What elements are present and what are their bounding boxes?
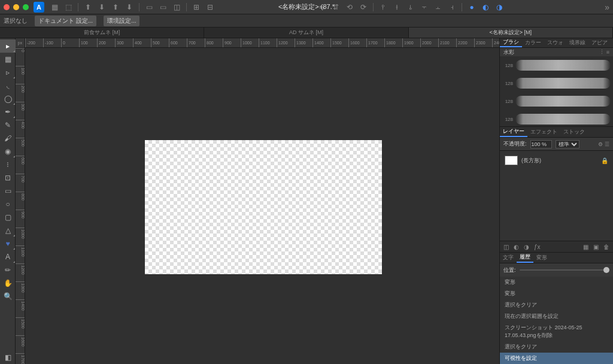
rotate-icon[interactable]: ⟲ <box>343 2 356 13</box>
add-layer-icon[interactable]: ▦ <box>583 244 588 250</box>
artboard[interactable] <box>145 140 382 274</box>
document-setup-button[interactable]: ドキュメント 設定... <box>35 16 96 26</box>
rotate-icon[interactable]: ⟳ <box>357 2 370 13</box>
brush-preset[interactable]: 128 <box>500 74 613 92</box>
panel-tab[interactable]: ストック <box>560 127 588 137</box>
brush-preset[interactable]: 128 <box>500 110 613 126</box>
zoom-tool[interactable]: 🔍 <box>0 290 16 303</box>
brush-tool[interactable]: 🖌 <box>0 132 16 145</box>
align-top-icon[interactable]: ⫟ <box>418 2 431 13</box>
bool-intersect-icon[interactable]: ◑ <box>493 2 506 13</box>
layer-thumbnail[interactable] <box>505 156 518 165</box>
persona-icon[interactable]: ▦ <box>48 2 61 13</box>
adjustment-icon[interactable]: ◑ <box>524 244 529 250</box>
ruler-tick: 2400 <box>492 38 499 48</box>
close-window-button[interactable] <box>4 4 10 10</box>
history-item[interactable]: 変形 <box>500 277 613 288</box>
arrange-icon[interactable]: ⬆ <box>109 2 122 13</box>
rounded-rect-tool[interactable]: ▢ <box>0 211 16 224</box>
opacity-input[interactable] <box>530 140 552 148</box>
align-bottom-icon[interactable]: ⫞ <box>445 2 459 13</box>
panel-tab[interactable]: 文字 <box>500 253 517 263</box>
history-slider[interactable] <box>520 269 609 271</box>
layer-options-icon[interactable]: ⚙ ☰ <box>598 141 609 147</box>
bool-add-icon[interactable]: ● <box>465 2 478 13</box>
arrange-icon[interactable]: ⬆ <box>81 2 95 13</box>
fill-tool[interactable]: ◉ <box>0 145 16 158</box>
corner-tool[interactable]: ◟ <box>0 79 16 92</box>
brush-size-label: 128 <box>502 81 513 86</box>
vector-brush-tool[interactable]: ✏ <box>0 263 16 277</box>
history-item[interactable]: スクリーンショット 2024-05-25 17.05.43.pngを削除 <box>500 322 613 341</box>
ellipse-tool[interactable]: ○ <box>0 198 16 211</box>
align-center-icon[interactable]: ⫲ <box>390 2 403 13</box>
panel-tab[interactable]: 変形 <box>533 253 550 263</box>
layer-name[interactable]: (長方形) <box>521 157 597 165</box>
eyedropper-tool[interactable]: ⁝ <box>0 158 16 171</box>
layers-icon[interactable]: ◫ <box>503 244 509 250</box>
delete-layer-icon[interactable]: 🗑 <box>603 244 609 250</box>
toolbar-icon[interactable]: ⬚ <box>62 2 75 13</box>
layer-item[interactable]: (長方形)🔒 <box>502 153 611 168</box>
heart-tool[interactable]: ♥ <box>0 237 16 250</box>
pen-tool[interactable]: ✒ <box>0 105 16 119</box>
align-icon[interactable]: ▭ <box>142 2 156 13</box>
arrange-icon[interactable]: ⬇ <box>95 2 108 13</box>
history-item[interactable]: 可視性を設定 <box>500 353 613 364</box>
lasso-tool[interactable]: ◯ <box>0 92 16 105</box>
panel-tab[interactable]: 履歴 <box>517 253 533 263</box>
document-tab[interactable]: AD サムネ [M] <box>204 28 408 38</box>
brush-size-label: 128 <box>502 63 513 68</box>
triangle-tool[interactable]: △ <box>0 224 16 237</box>
color-swatch[interactable]: ◧ <box>0 351 16 364</box>
brush-options-icon[interactable]: ⋮ ≡ <box>599 49 609 55</box>
artboard-tool[interactable]: ▦ <box>0 53 16 66</box>
brush-preset[interactable]: 128 <box>500 92 613 110</box>
brush-preset[interactable]: 128 <box>500 56 613 74</box>
snap-icon[interactable]: ⊟ <box>204 2 217 13</box>
mask-icon[interactable]: ◐ <box>514 244 519 250</box>
document-tab[interactable]: 前食サムネ [M] <box>0 28 204 38</box>
history-item[interactable]: 選択をクリア <box>500 299 613 311</box>
align-icon[interactable]: ◫ <box>170 2 183 13</box>
bool-subtract-icon[interactable]: ◐ <box>479 2 492 13</box>
panel-tab[interactable]: カラー <box>522 38 544 47</box>
pencil-tool[interactable]: ✎ <box>0 119 16 132</box>
history-item[interactable]: 現在の選択範囲を設定 <box>500 311 613 322</box>
document-tab[interactable]: <名称未設定> [M] <box>409 28 613 38</box>
align-right-icon[interactable]: ⫰ <box>404 2 417 13</box>
folder-icon[interactable]: ▣ <box>593 244 599 250</box>
fx-icon[interactable]: ƒx <box>534 244 541 250</box>
align-left-icon[interactable]: ⫯ <box>377 2 390 13</box>
brush-stroke-preview <box>515 96 611 107</box>
expand-toolbar-icon[interactable]: » <box>605 2 609 12</box>
arrange-icon[interactable]: ⬇ <box>123 2 136 13</box>
ruler-tick: 200 <box>16 84 25 93</box>
hand-tool[interactable]: ✋ <box>0 277 16 290</box>
panel-tab[interactable]: スウォ <box>544 38 566 47</box>
panel-tab[interactable]: アピア <box>588 38 611 47</box>
crop-tool[interactable]: ⊡ <box>0 171 16 184</box>
move-tool[interactable]: ▸ <box>0 40 16 53</box>
ruler-tick: 1100 <box>259 38 270 48</box>
preferences-button[interactable]: 環境設定... <box>104 16 139 26</box>
canvas-area[interactable] <box>25 48 499 364</box>
brush-category[interactable]: 水彩 <box>503 48 514 56</box>
node-tool[interactable]: ▹ <box>0 66 16 79</box>
history-item[interactable]: 選択をクリア <box>500 341 613 353</box>
zoom-window-button[interactable] <box>23 4 29 10</box>
text-tool[interactable]: A <box>0 250 16 263</box>
ruler-tick: 1400 <box>16 299 25 311</box>
rectangle-tool[interactable]: ▭ <box>0 184 16 198</box>
history-item[interactable]: 変形 <box>500 288 613 299</box>
panel-tab[interactable]: 境界線 <box>566 38 588 47</box>
blend-mode-select[interactable]: 標準 <box>556 140 579 148</box>
snap-icon[interactable]: ⊞ <box>190 2 203 13</box>
align-icon[interactable]: ▭ <box>156 2 169 13</box>
lock-icon[interactable]: 🔒 <box>601 157 608 164</box>
panel-tab[interactable]: レイヤー <box>500 127 527 137</box>
panel-tab[interactable]: ブラシ <box>500 38 522 47</box>
align-middle-icon[interactable]: ⫠ <box>432 2 445 13</box>
panel-tab[interactable]: エフェクト <box>527 127 560 137</box>
minimize-window-button[interactable] <box>13 4 19 10</box>
